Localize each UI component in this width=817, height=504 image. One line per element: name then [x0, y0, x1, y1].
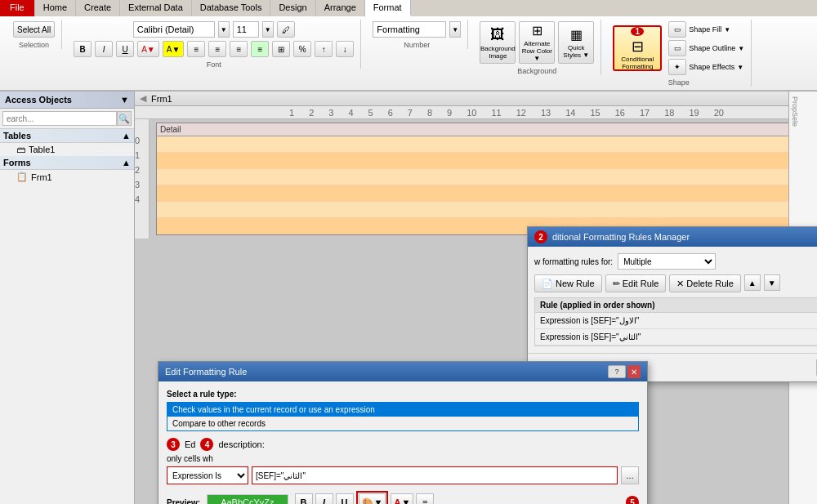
font-name-input[interactable] [133, 21, 215, 38]
align-left-button[interactable]: ≡ [187, 41, 205, 57]
background-image-button[interactable]: 🖼 Background Image [480, 21, 516, 64]
gridlines-button[interactable]: ⊞ [272, 41, 290, 57]
format-button[interactable]: % [293, 41, 311, 57]
nav-search-icon[interactable]: 🔍 [117, 111, 132, 126]
efr-help-button[interactable]: ? [608, 365, 626, 378]
select-all-button[interactable]: Select All [13, 21, 55, 38]
tab-create[interactable]: Create [76, 0, 120, 16]
efr-fill-color-button[interactable]: 🎨 ▼ [359, 493, 386, 504]
efr-underline-button[interactable]: U [336, 493, 354, 504]
font-color-button[interactable]: A▼ [137, 41, 159, 57]
bold-button[interactable]: B [74, 41, 92, 57]
efr-title-bar: Edit Formatting Rule ? ✕ [158, 362, 647, 381]
quick-styles-button[interactable]: ▦ Quick Styles ▼ [558, 21, 594, 64]
fill-dropdown-arrow: ▼ [374, 497, 383, 504]
font-size-input[interactable] [233, 21, 259, 38]
efr-bold-button[interactable]: B [295, 493, 313, 504]
efr-condition-section: 3 Ed 4 description: only cells wh Expres… [167, 438, 639, 484]
group-control-formatting: 1 ⊟ Conditional Formatting ▭ Shape Fill … [606, 20, 752, 87]
design-header: ◀ Frm1 [135, 91, 817, 106]
efr-badges-row: 3 Ed 4 description: [167, 438, 639, 451]
nav-tables-collapse[interactable]: ▲ [122, 131, 131, 140]
efr-italic-button[interactable]: I [315, 493, 333, 504]
underline-button[interactable]: U [116, 41, 134, 57]
cond-fmt-label: Conditional Formatting [614, 56, 661, 70]
table-icon: 🗃 [16, 145, 25, 154]
efr-select-type-label: Select a rule type: [167, 390, 639, 399]
align-justify-button[interactable]: ≡ [251, 41, 269, 57]
cfrm-for-select[interactable]: Multiple [618, 253, 716, 270]
number-format-arrow[interactable]: ▼ [449, 21, 461, 38]
rule-row-0[interactable]: Expression is [SEF]="الاول" AaBbCcYyZz [535, 313, 817, 329]
cfrm-title-content: 2 ditional Formatting Rules Manager [534, 230, 690, 243]
increase-decimal[interactable]: ↑ [315, 41, 333, 57]
tab-file[interactable]: File [0, 0, 35, 16]
selection-label: Selection [19, 41, 49, 49]
tab-database-tools[interactable]: Database Tools [192, 0, 271, 16]
tab-format[interactable]: Format [365, 0, 411, 16]
move-down-button[interactable]: ▼ [764, 274, 780, 291]
move-up-button[interactable]: ▲ [744, 274, 761, 291]
tab-external-data[interactable]: External Data [120, 0, 192, 16]
efr-clear-button[interactable]: ≡ [416, 493, 434, 504]
quick-styles-label: Quick Styles ▼ [562, 44, 590, 59]
edit-rule-button[interactable]: ✏ Edit Rule [605, 274, 667, 292]
fill-color-icon: 🎨 [362, 497, 373, 505]
shape-outline-label: Shape Outline [689, 44, 735, 52]
prop-label: Prop [791, 93, 799, 112]
highlight-color-button[interactable]: A▼ [163, 41, 185, 57]
alternate-row-color-button[interactable]: ⊞ Alternate Row Color ▼ [519, 21, 555, 64]
delete-rule-button[interactable]: ✕ Delete Rule [669, 274, 740, 292]
tab-design[interactable]: Design [270, 0, 315, 16]
nav-tables-label: Tables [3, 131, 31, 140]
shape-effects-label: Shape Effects [689, 63, 734, 71]
group-background: 🖼 Background Image ⊞ Alternate Row Color… [473, 20, 601, 75]
font-color-a: A [394, 497, 400, 504]
rule-row-1[interactable]: Expression is [SEF]="الثاني" AaBbCcYyZz [535, 329, 817, 346]
shape-outline-button[interactable]: ▭ [668, 40, 686, 56]
nav-forms-collapse[interactable]: ▲ [122, 158, 131, 167]
efr-condition-type-select[interactable]: Expression Is [167, 466, 248, 484]
font-size-arrow[interactable]: ▼ [262, 21, 274, 38]
nav-item-table1[interactable]: 🗃 Table1 [0, 143, 134, 156]
efr-condition-value-input[interactable] [252, 466, 618, 484]
nav-search-input[interactable] [2, 111, 117, 126]
new-rule-icon: 📄 [542, 279, 553, 289]
new-rule-button[interactable]: 📄 New Rule [534, 274, 602, 292]
number-row: ▼ [373, 20, 461, 39]
efr-desc-badge: 4 [200, 438, 213, 451]
ribbon-body: Select All Selection ▼ ▼ 🖊 B I U A▼ A▼ ≡… [0, 16, 817, 91]
conditional-formatting-button[interactable]: 1 ⊟ Conditional Formatting [613, 25, 662, 71]
number-format-input[interactable] [373, 21, 446, 38]
cond-fmt-badge: 1 [631, 27, 644, 36]
decrease-decimal[interactable]: ↓ [336, 41, 354, 57]
nav-frm1-label: Frm1 [31, 172, 52, 182]
form-row-5 [157, 202, 810, 218]
efr-close-button[interactable]: ✕ [627, 365, 641, 378]
nav-header-arrow[interactable]: ▼ [120, 95, 129, 105]
rule-type-item-0[interactable]: Check values in the current record or us… [167, 403, 638, 417]
nav-search-bar: 🔍 [0, 109, 134, 129]
rule-type-item-1[interactable]: Compare to other records [167, 417, 638, 430]
nav-forms-label: Forms [3, 158, 31, 167]
efr-preview-row: Preview: AaBbCcYyZz B I U 🎨 ▼ [167, 491, 639, 504]
shape-fill-arrow: ▼ [724, 26, 730, 33]
efr-browse-button[interactable]: … [621, 466, 639, 484]
cfrm-for-row: w formatting rules for: Multiple [534, 253, 817, 270]
font-dropdown-arrow[interactable]: ▼ [218, 21, 230, 38]
number-label: Number [404, 41, 430, 49]
form-icon: 📋 [16, 172, 28, 182]
shape-fill-button[interactable]: ▭ [668, 21, 686, 38]
align-right-button[interactable]: ≡ [230, 41, 248, 57]
tab-home[interactable]: Home [35, 0, 76, 16]
font-label: Font [207, 60, 221, 69]
cfrm-title-bar: 2 ditional Formatting Rules Manager ? ✕ [528, 227, 817, 247]
italic-button[interactable]: I [95, 41, 113, 57]
rule-expression-0: Expression is [SEF]="الاول" [535, 313, 817, 328]
shape-effects-button[interactable]: ✦ [668, 59, 686, 75]
nav-item-frm1[interactable]: 📋 Frm1 [0, 170, 134, 184]
tab-arrange[interactable]: Arrange [316, 0, 365, 16]
efr-font-color-button[interactable]: A ▼ [391, 493, 413, 504]
font-color-dropdown: ▼ [401, 497, 410, 504]
align-center-button[interactable]: ≡ [208, 41, 226, 57]
